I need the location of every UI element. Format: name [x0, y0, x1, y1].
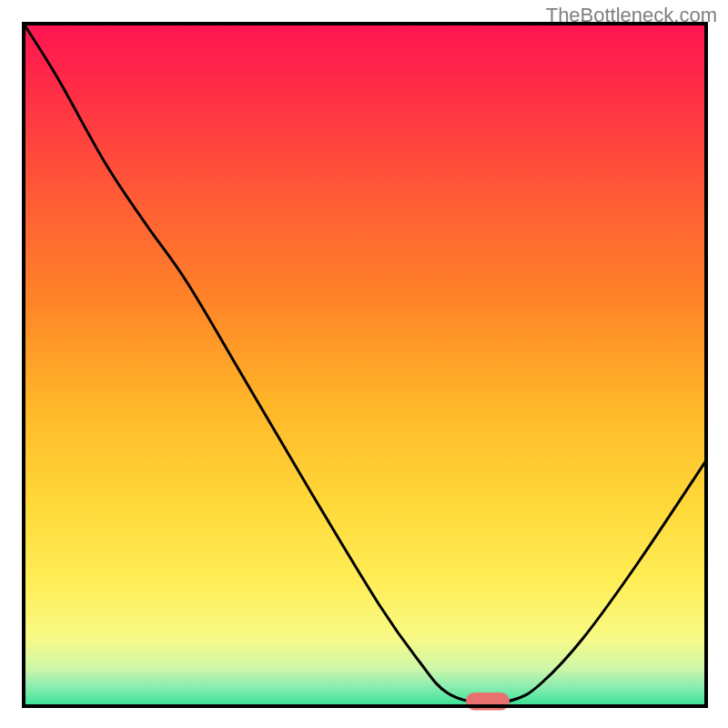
chart-svg	[0, 0, 728, 728]
watermark-text: TheBottleneck.com	[546, 4, 717, 27]
gradient-background	[24, 24, 706, 706]
bottleneck-chart: TheBottleneck.com	[0, 0, 728, 728]
